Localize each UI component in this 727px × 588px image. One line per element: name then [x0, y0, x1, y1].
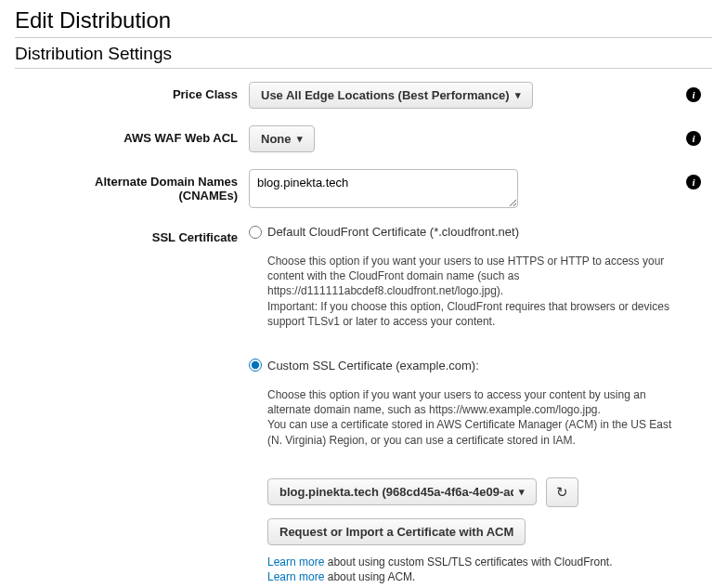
refresh-certs-button[interactable]: ↻: [546, 477, 578, 507]
chevron-down-icon: ▾: [515, 89, 521, 101]
waf-value: None: [261, 132, 292, 146]
ssl-default-option: Default CloudFront Certificate (*.cloudf…: [249, 225, 675, 239]
ssl-custom-option: Custom SSL Certificate (example.com):: [249, 359, 675, 372]
chevron-down-icon: ▾: [297, 133, 303, 145]
price-class-value: Use All Edge Locations (Best Performance…: [261, 88, 510, 102]
section-heading: Distribution Settings: [15, 37, 712, 69]
info-icon[interactable]: i: [686, 131, 701, 146]
label-price-class: Price Class: [15, 82, 249, 101]
page-title: Edit Distribution: [15, 7, 712, 33]
learn-more-block: Learn more about using custom SSL/TLS ce…: [267, 555, 675, 586]
label-cnames: Alternate Domain Names (CNAMEs): [15, 169, 249, 203]
learn-more-ssl-link[interactable]: Learn more: [267, 555, 324, 568]
custom-cert-select[interactable]: blog.pinekta.tech (968cd45a-4f6a-4e09-ad…: [267, 478, 537, 505]
ssl-custom-radio[interactable]: [249, 359, 262, 372]
label-ssl: SSL Certificate: [15, 225, 249, 244]
row-waf: AWS WAF Web ACL None ▾ i: [15, 125, 712, 152]
cnames-textarea[interactable]: blog.pinekta.tech: [249, 169, 518, 208]
ssl-default-help: Choose this option if you want your user…: [267, 254, 675, 329]
request-import-acm-button[interactable]: Request or Import a Certificate with ACM: [267, 518, 526, 545]
row-ssl: SSL Certificate Default CloudFront Certi…: [15, 225, 712, 585]
price-class-select[interactable]: Use All Edge Locations (Best Performance…: [249, 82, 533, 109]
info-icon[interactable]: i: [686, 87, 701, 102]
row-cnames: Alternate Domain Names (CNAMEs) blog.pin…: [15, 169, 712, 208]
ssl-custom-label[interactable]: Custom SSL Certificate (example.com):: [267, 359, 479, 372]
row-price-class: Price Class Use All Edge Locations (Best…: [15, 82, 712, 109]
info-icon[interactable]: i: [686, 175, 701, 189]
waf-select[interactable]: None ▾: [249, 125, 315, 152]
label-waf: AWS WAF Web ACL: [15, 125, 249, 145]
ssl-custom-help: Choose this option if you want your user…: [267, 387, 675, 448]
distribution-settings-form: Price Class Use All Edge Locations (Best…: [15, 82, 712, 585]
ssl-default-label[interactable]: Default CloudFront Certificate (*.cloudf…: [267, 225, 519, 239]
refresh-icon: ↻: [556, 484, 568, 501]
learn-more-acm-link[interactable]: Learn more: [267, 570, 324, 583]
custom-cert-value: blog.pinekta.tech (968cd45a-4f6a-4e09-ad…: [279, 485, 513, 499]
chevron-down-icon: ▾: [519, 486, 525, 498]
ssl-default-radio[interactable]: [249, 226, 262, 239]
